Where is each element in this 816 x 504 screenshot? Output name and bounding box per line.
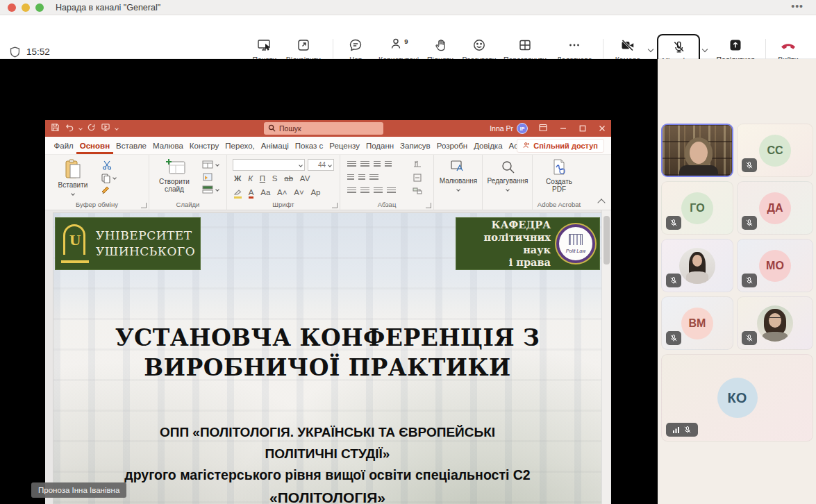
columns-icon[interactable] bbox=[369, 174, 378, 181]
smiley-icon bbox=[457, 37, 501, 53]
align-text-icon[interactable] bbox=[413, 174, 422, 183]
slide[interactable]: U УНІВЕРСИТЕТ УШИНСЬКОГО КАФЕДРА політич… bbox=[53, 213, 601, 504]
save-icon[interactable] bbox=[51, 122, 60, 135]
align-center-icon[interactable] bbox=[360, 187, 369, 194]
zoom-traffic-light[interactable] bbox=[35, 3, 44, 12]
grow-font-button[interactable]: А˄ bbox=[277, 188, 287, 196]
participant-tile[interactable]: ВМ bbox=[661, 296, 733, 350]
slide-scrollbar[interactable] bbox=[601, 210, 610, 504]
ppt-user-avatar[interactable]: IP bbox=[517, 123, 528, 134]
tab-home[interactable]: Основн bbox=[76, 138, 113, 154]
font-name-dropdown[interactable] bbox=[233, 159, 305, 171]
layout-icon[interactable] bbox=[202, 160, 213, 170]
ppt-search-box[interactable]: Пошук bbox=[264, 122, 383, 135]
participant-tile[interactable] bbox=[737, 296, 813, 350]
format-painter-icon[interactable] bbox=[101, 185, 111, 197]
tab-recording[interactable]: Записув bbox=[397, 138, 434, 154]
slides-group-label: Слайди bbox=[149, 201, 226, 208]
scrollbar-thumb[interactable] bbox=[603, 216, 610, 264]
tab-transitions[interactable]: Перехо, bbox=[222, 138, 258, 154]
participant-video-tile[interactable] bbox=[661, 124, 733, 177]
numbering-icon[interactable] bbox=[360, 161, 369, 168]
participant-tile[interactable]: СС bbox=[737, 124, 813, 177]
highlight-button[interactable] bbox=[234, 188, 242, 199]
tab-help[interactable]: Довідка bbox=[471, 138, 506, 154]
indent-decrease-icon[interactable] bbox=[374, 161, 381, 168]
justify-icon[interactable] bbox=[387, 187, 396, 194]
indent-right-icon[interactable] bbox=[358, 174, 365, 181]
paragraph-dialog-launcher[interactable] bbox=[426, 203, 431, 208]
new-slide-button[interactable]: Створити слайд bbox=[155, 158, 197, 193]
undo-dropdown-chevron[interactable] bbox=[78, 126, 83, 131]
create-pdf-button[interactable]: Создать PDF bbox=[540, 158, 578, 193]
tab-developer[interactable]: Розробн bbox=[433, 138, 470, 154]
align-right-icon[interactable] bbox=[374, 187, 383, 194]
participant-tile[interactable]: ДА bbox=[737, 181, 813, 235]
undo-icon[interactable] bbox=[65, 122, 74, 135]
maximize-icon[interactable] bbox=[579, 122, 586, 135]
tab-file[interactable]: Файл bbox=[51, 138, 76, 154]
section-icon[interactable] bbox=[202, 185, 213, 195]
collapse-ribbon-chevron[interactable] bbox=[597, 199, 605, 206]
tab-slideshow[interactable]: Показ с bbox=[292, 138, 326, 154]
underline-button[interactable]: П bbox=[260, 174, 265, 183]
minimize-icon[interactable] bbox=[560, 122, 567, 135]
tab-animations[interactable]: Анімаці bbox=[258, 138, 292, 154]
participant-tile[interactable] bbox=[661, 239, 733, 292]
strikethrough-button[interactable]: ab bbox=[284, 174, 293, 183]
participant-tile-wide[interactable]: КО bbox=[661, 354, 813, 442]
change-case-button[interactable]: Aa bbox=[260, 188, 270, 196]
more-options-icon[interactable]: ••• bbox=[791, 1, 803, 12]
participant-tile[interactable]: МО bbox=[737, 239, 813, 292]
copy-chevron[interactable] bbox=[113, 176, 117, 180]
font-dialog-launcher[interactable] bbox=[332, 203, 338, 208]
editing-group: Редагування bbox=[483, 155, 533, 210]
drawing-chevron bbox=[456, 187, 460, 192]
shrink-font-button[interactable]: А˅ bbox=[294, 188, 303, 196]
signal-mic-off-badge bbox=[666, 423, 698, 437]
people-icon bbox=[390, 37, 403, 53]
tab-draw[interactable]: Малюва bbox=[150, 138, 187, 154]
text-shadow-button[interactable]: S bbox=[272, 174, 278, 183]
font-size-dropdown[interactable]: 44 bbox=[308, 159, 334, 171]
copy-icon[interactable] bbox=[101, 173, 111, 185]
char-spacing-button[interactable]: AV bbox=[300, 174, 310, 183]
tab-view[interactable]: Поданн bbox=[363, 138, 397, 154]
section-chevron[interactable] bbox=[215, 187, 219, 192]
slideshow-icon[interactable] bbox=[101, 122, 110, 135]
university-name-line1: УНІВЕРСИТЕТ bbox=[96, 228, 195, 244]
drawing-button[interactable]: Малювання bbox=[436, 159, 481, 192]
line-spacing-icon[interactable] bbox=[385, 161, 392, 168]
bold-button[interactable]: Ж bbox=[234, 174, 241, 183]
tab-insert[interactable]: Вставле bbox=[113, 138, 150, 154]
font-color-button[interactable]: А bbox=[249, 188, 254, 199]
camera-options-chevron[interactable] bbox=[648, 47, 653, 52]
text-direction-icon[interactable] bbox=[413, 160, 422, 170]
ribbon-display-icon[interactable] bbox=[539, 122, 547, 135]
raised-hand-icon bbox=[421, 37, 460, 53]
layout-chevron[interactable] bbox=[215, 162, 219, 167]
bullets-icon[interactable] bbox=[347, 161, 356, 168]
close-traffic-light[interactable] bbox=[8, 3, 16, 12]
mic-off-badge bbox=[742, 216, 757, 230]
cut-icon[interactable] bbox=[102, 160, 112, 171]
share-access-button[interactable]: Спільний доступ bbox=[517, 139, 604, 153]
clipboard-dialog-launcher[interactable] bbox=[141, 203, 147, 208]
paste-button[interactable]: Вставити bbox=[55, 159, 91, 196]
smartart-icon[interactable] bbox=[413, 187, 422, 196]
close-icon[interactable] bbox=[599, 122, 606, 135]
mic-options-chevron[interactable] bbox=[702, 47, 708, 52]
editing-button[interactable]: Редагування bbox=[483, 159, 532, 192]
tab-design[interactable]: Констру bbox=[186, 138, 222, 154]
redo-icon[interactable] bbox=[87, 122, 96, 135]
search-icon bbox=[268, 124, 276, 133]
italic-button[interactable]: К bbox=[248, 174, 253, 183]
align-left-icon[interactable] bbox=[347, 187, 356, 194]
reset-slide-icon[interactable] bbox=[202, 173, 213, 183]
clear-format-button[interactable]: Ар bbox=[310, 188, 320, 196]
indent-left-icon[interactable] bbox=[347, 174, 354, 181]
minimize-traffic-light[interactable] bbox=[22, 3, 30, 12]
qat-customize-chevron[interactable] bbox=[115, 126, 119, 131]
participant-tile[interactable]: ГО bbox=[661, 181, 733, 235]
tab-review[interactable]: Рецензу bbox=[326, 138, 363, 154]
